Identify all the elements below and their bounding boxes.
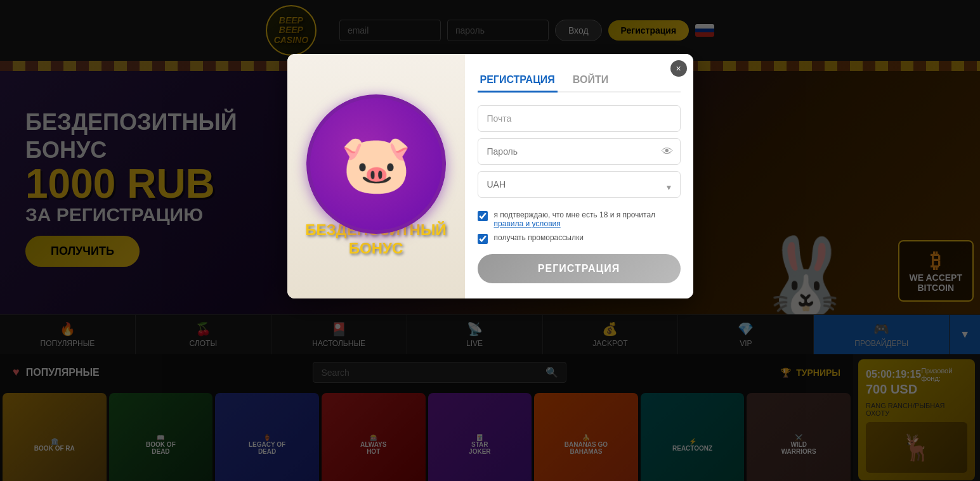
modal-tabs: РЕГИСТРАЦИЯ ВОЙТИ [478, 69, 681, 93]
password-field-wrap: 👁 [478, 138, 681, 165]
currency-select-wrap: UAH USD EUR RUB [478, 171, 681, 204]
terms-checkbox[interactable] [478, 211, 488, 221]
register-modal-button[interactable]: РЕГИСТРАЦИЯ [478, 254, 681, 283]
close-button[interactable]: × [670, 60, 687, 77]
promo-checkbox-row: получать проморассылки [478, 233, 681, 244]
registration-email-field[interactable] [478, 105, 681, 132]
eye-icon[interactable]: 👁 [662, 145, 673, 158]
tab-login[interactable]: ВОЙТИ [570, 69, 611, 93]
promo-text: получать проморассылки [494, 233, 584, 242]
modal-overlay[interactable]: × 🐷 БЕЗДЕПОЗИТНЫЙ БОНУС РЕГИСТРАЦИЯ ВОЙТ… [0, 0, 980, 481]
registration-modal: × 🐷 БЕЗДЕПОЗИТНЫЙ БОНУС РЕГИСТРАЦИЯ ВОЙТ… [287, 54, 693, 298]
registration-password-field[interactable] [478, 138, 681, 165]
terms-link[interactable]: правила и условия [494, 219, 561, 228]
pig-emoji: 🐷 [341, 136, 412, 193]
pig-circle: 🐷 [306, 94, 446, 234]
terms-text: я подтверждаю, что мне есть 18 и я прочи… [494, 210, 681, 228]
promo-checkbox[interactable] [478, 234, 488, 244]
modal-left: 🐷 БЕЗДЕПОЗИТНЫЙ БОНУС [287, 54, 465, 298]
terms-checkbox-row: я подтверждаю, что мне есть 18 и я прочи… [478, 210, 681, 228]
tab-register[interactable]: РЕГИСТРАЦИЯ [478, 69, 558, 93]
modal-right: РЕГИСТРАЦИЯ ВОЙТИ 👁 UAH USD EUR RUB [465, 54, 693, 298]
currency-select[interactable]: UAH USD EUR RUB [478, 171, 681, 198]
